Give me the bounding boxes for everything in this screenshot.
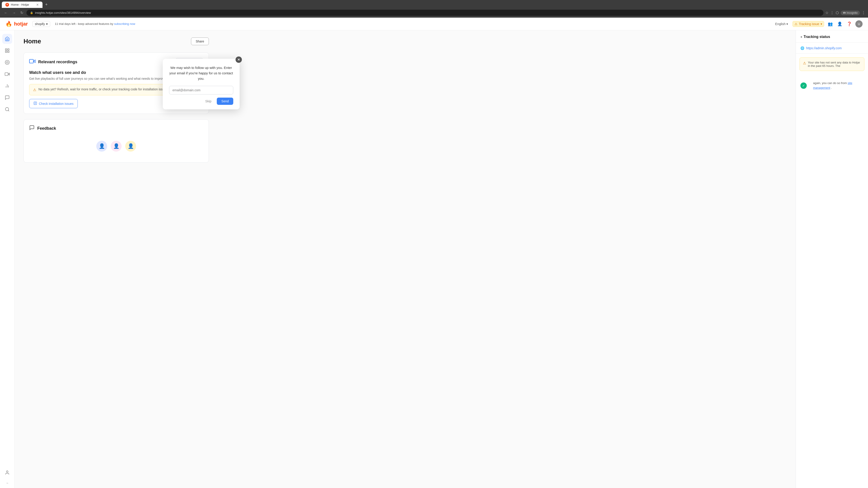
language-selector[interactable]: English ▾: [773, 21, 790, 27]
sidebar: →: [0, 30, 14, 488]
active-tab[interactable]: H Home - Hotjar ✕: [2, 2, 42, 8]
svg-marker-14: [33, 60, 35, 63]
lang-label: English: [775, 22, 785, 26]
page-header: Home Share: [24, 37, 209, 45]
bookmark-icon[interactable]: ☆: [825, 11, 829, 15]
share-button[interactable]: Share: [191, 37, 209, 45]
popup-send-button[interactable]: Send: [217, 98, 233, 105]
panel-warning-icon: ⚠: [803, 61, 806, 68]
tracking-url-text: https://admin.shopify.com: [806, 46, 842, 50]
sidebar-item-users[interactable]: [2, 468, 12, 478]
browser-chrome: H Home - Hotjar ✕ + ← → ↻ 🔒 insights.hot…: [0, 0, 868, 18]
panel-warning-text: Your site has not sent any data to Hotja…: [808, 61, 861, 68]
tracking-url-row: 🌐 https://admin.shopify.com: [796, 43, 868, 54]
incognito-badge: 🕶 Incognito: [841, 11, 860, 15]
sidebar-item-analytics[interactable]: [2, 81, 12, 91]
logo-text: hotjar: [14, 21, 28, 27]
browser-menu-icon[interactable]: ⋮: [830, 11, 834, 15]
svg-point-13: [6, 471, 8, 473]
lock-icon: 🔒: [30, 11, 33, 14]
feedback-card: Feedback 👤 👤 👤: [24, 119, 209, 163]
tab-close-button[interactable]: ✕: [36, 3, 39, 6]
check-installation-button[interactable]: Check installation issues: [29, 99, 78, 108]
panel-content-text: again, you can do so from site managemen…: [809, 77, 864, 94]
popup-skip-button[interactable]: Skip: [203, 98, 214, 105]
sidebar-item-recordings[interactable]: [2, 69, 12, 79]
tracking-issue-label: Tracking issue: [799, 22, 819, 26]
svg-rect-2: [5, 51, 6, 53]
svg-point-5: [6, 61, 8, 63]
svg-point-11: [5, 107, 8, 111]
popup-actions: Skip Send: [169, 98, 233, 105]
logo: 🔥 hotjar: [5, 21, 28, 27]
globe-icon: 🌐: [800, 46, 804, 50]
app-header: 🔥 hotjar shopify ▾ 11 trial days left - …: [0, 18, 868, 30]
recordings-icon: [29, 58, 35, 66]
user-avatar[interactable]: U: [855, 20, 863, 28]
user-avatar-2: 👤: [111, 141, 122, 152]
tab-favicon: H: [5, 3, 9, 6]
feedback-illustration: 👤 👤 👤: [29, 135, 203, 157]
svg-rect-0: [5, 49, 6, 50]
svg-rect-7: [5, 73, 8, 76]
subscribe-link[interactable]: subscribing now: [114, 22, 135, 26]
tracking-issue-button[interactable]: ⚠ Tracking issue ▾: [793, 21, 824, 27]
browser-actions: ☆ ⋮ ⬡ 🕶 Incognito ⋮: [825, 11, 865, 15]
trial-notice: 11 trial days left - keep advanced featu…: [55, 22, 769, 26]
popup-email-input[interactable]: [169, 86, 233, 94]
feedback-title: Feedback: [37, 126, 56, 131]
new-tab-button[interactable]: +: [43, 1, 50, 8]
feedback-icon: [29, 125, 35, 132]
panel-chevron-icon[interactable]: ◂: [800, 35, 802, 38]
lang-chevron-icon: ▾: [786, 22, 788, 26]
referral-icon[interactable]: 👥: [827, 21, 834, 27]
address-bar[interactable]: 🔒 insights.hotjar.com/sites/3814994/over…: [26, 10, 824, 16]
url-text: insights.hotjar.com/sites/3814994/overvi…: [35, 11, 91, 14]
sidebar-item-feedback[interactable]: [2, 93, 12, 103]
user-avatar-1: 👤: [96, 141, 107, 152]
sidebar-item-search[interactable]: [2, 104, 12, 114]
content-area: Home Share Relevant recordings: [14, 30, 796, 488]
tracking-issue-chevron: ▾: [820, 22, 822, 26]
recordings-title-row: Relevant recordings: [29, 58, 77, 66]
main-layout: → Home Share: [0, 30, 868, 488]
sidebar-item-apps[interactable]: [2, 46, 12, 56]
popup-close-button[interactable]: ✕: [236, 57, 242, 63]
sidebar-collapse-button[interactable]: →: [2, 480, 12, 487]
add-user-icon[interactable]: 👤: [836, 21, 843, 27]
extension-icon[interactable]: ⬡: [836, 11, 839, 15]
recordings-title: Relevant recordings: [38, 60, 77, 64]
check-installation-label: Check installation issues: [39, 102, 73, 105]
feedback-title-row: Feedback: [29, 125, 203, 132]
incognito-icon: 🕶: [843, 11, 846, 14]
svg-rect-1: [7, 49, 9, 50]
site-name: shopify: [35, 22, 45, 26]
page-title: Home: [24, 38, 41, 45]
browser-toolbar: ← → ↻ 🔒 insights.hotjar.com/sites/381499…: [0, 8, 868, 18]
reload-button[interactable]: ↻: [19, 10, 25, 16]
popup-message: We may wish to follow up with you. Enter…: [169, 65, 233, 81]
more-actions-icon[interactable]: ⋮: [862, 11, 865, 15]
sidebar-item-heatmaps[interactable]: [2, 57, 12, 67]
svg-rect-3: [7, 51, 9, 53]
forward-button[interactable]: →: [11, 10, 17, 16]
sidebar-item-home[interactable]: [2, 34, 12, 44]
tab-title: Home - Hotjar: [11, 3, 29, 6]
tracking-panel-header: ◂ Tracking status: [796, 30, 868, 43]
check-circle-icon: ✓: [800, 83, 807, 89]
right-panel: ◂ Tracking status 🌐 https://admin.shopif…: [796, 30, 868, 488]
help-icon[interactable]: ❓: [846, 21, 852, 27]
followup-popup: ✕ We may wish to follow up with you. Ent…: [163, 59, 240, 109]
warning-text: No data yet? Refresh, wait for more traf…: [38, 88, 168, 91]
svg-rect-15: [29, 59, 33, 63]
site-selector-chevron: ▾: [46, 22, 48, 26]
warning-triangle-icon: ⚠: [795, 22, 798, 26]
svg-line-12: [8, 110, 9, 111]
check-installation-icon: [33, 101, 37, 106]
back-button[interactable]: ←: [3, 10, 9, 16]
panel-check-row: ✓ again, you can do so from site managem…: [796, 74, 868, 97]
app-container: 🔥 hotjar shopify ▾ 11 trial days left - …: [0, 18, 868, 488]
warning-icon: ⚠: [33, 88, 36, 92]
site-selector[interactable]: shopify ▾: [32, 21, 50, 27]
svg-marker-6: [8, 73, 9, 75]
